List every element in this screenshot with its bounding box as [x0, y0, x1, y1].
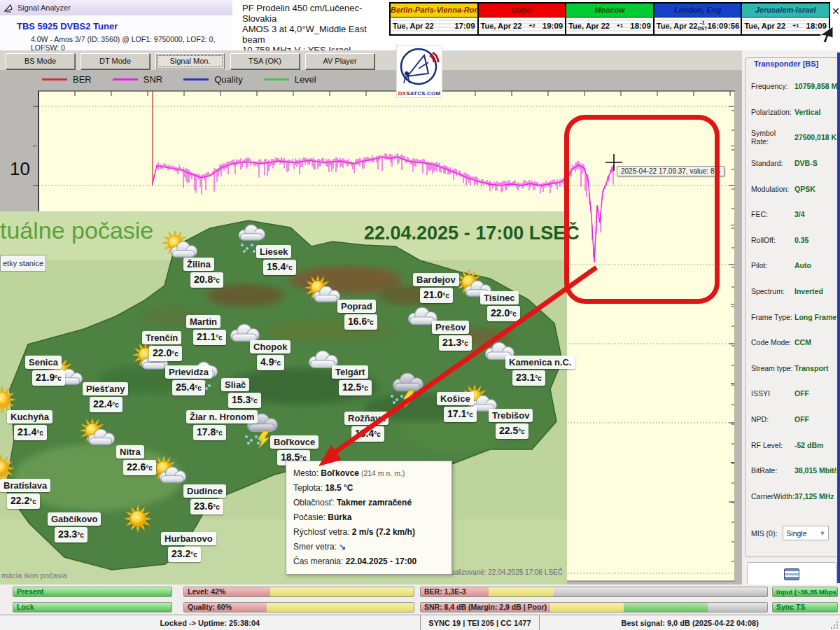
- city-telg-rt[interactable]: Telgárt: [332, 365, 368, 379]
- tab-signal-mon[interactable]: Signal Mon.: [155, 53, 225, 69]
- clock-time-row: Tue, Apr 22 +2 19:09: [479, 18, 566, 34]
- temp-hurbanovo: 23.2°c: [168, 547, 201, 562]
- legend-ber: BER: [42, 74, 92, 85]
- transponder-row-rolloff: RollOff:0.35: [751, 227, 840, 253]
- row-value: QPSK: [794, 185, 816, 193]
- world-clocks: Berlin-Paris-Vienna-Roma Tue, Apr 22 17:…: [389, 2, 830, 36]
- temp-tisinec: 22.0°c: [487, 306, 520, 321]
- clock-time: 19:09: [542, 22, 563, 30]
- city-ro-ava[interactable]: Rožňava: [344, 412, 388, 425]
- sync-indicator: Sync TS: [772, 602, 838, 612]
- drive-icon: [784, 568, 799, 580]
- status-bars: Present Lock Level: 42% Quality: 60% BER…: [0, 584, 840, 615]
- city-gab-kovo[interactable]: Gabčíkovo: [48, 512, 101, 526]
- temp-liesek: 15.4°c: [263, 260, 296, 275]
- city-pre-ov[interactable]: Prešov: [432, 321, 469, 334]
- clock-city-name: Dubai: [479, 4, 566, 18]
- clock-date: Tue, Apr 22: [393, 22, 434, 30]
- temp-tren-n: 22.0°c: [149, 346, 182, 361]
- city-trebi-ov[interactable]: Trebišov: [489, 409, 533, 422]
- city-tisinec[interactable]: Tisinec: [480, 291, 519, 304]
- antenna-info: PF Prodelin 450 cm/Lučenec-Slovakia AMOS…: [232, 0, 389, 50]
- annotation-rectangle: [564, 115, 720, 304]
- city-liesek[interactable]: Liesek: [256, 245, 291, 258]
- mis-select[interactable]: Single ▼: [783, 526, 829, 540]
- row-label: Standard:: [751, 159, 794, 167]
- row-value: Vertical: [794, 108, 820, 116]
- station-infobox: Mesto: Boľkovce (214 m n. m.)Teplota: 18…: [286, 461, 452, 575]
- mis-value: Single: [786, 529, 806, 538]
- city-ko-ice[interactable]: Košice: [437, 392, 474, 405]
- city-dudince[interactable]: Dudince: [183, 484, 226, 498]
- temp-telg-rt: 12.5°c: [339, 380, 372, 396]
- row-value: Long Frame: [794, 313, 836, 321]
- bar-label: Level: 42%: [188, 587, 225, 596]
- record-device-button[interactable]: [747, 562, 836, 587]
- app-icon: [4, 4, 13, 13]
- city-martin[interactable]: Martin: [186, 315, 220, 328]
- resize-grip[interactable]: [830, 621, 839, 629]
- mis-row: MIS (0): Single ▼: [751, 526, 835, 540]
- dxsatcs-logo: DXSATCS.COM: [396, 45, 442, 98]
- infobox-row-teplota: Teplota: 18.5 °C: [293, 481, 444, 496]
- chevron-down-icon: ▼: [819, 530, 825, 537]
- clock-time-row: Tue, Apr 22 +1 18:09: [742, 18, 829, 34]
- clock-time-row: Tue, Apr 22 17:09: [391, 18, 477, 34]
- temp-gab-kovo: 23.3°c: [55, 527, 88, 542]
- city-slia[interactable]: Sliač: [221, 378, 249, 391]
- city-kuchy-a[interactable]: Kuchyňa: [7, 410, 52, 424]
- temp-pie-any: 22.4°c: [90, 397, 122, 412]
- city-tren-n[interactable]: Trenčín: [142, 331, 181, 344]
- row-label: Spectrum:: [751, 287, 794, 295]
- temp-kamenica-n-c: 23.1°c: [512, 370, 545, 386]
- transponder-row-rf-level: RF Level:-52 dBm: [751, 432, 840, 458]
- legend-label: BER: [73, 74, 92, 85]
- transponder-row-spectrum: Spectrum:Inverted: [751, 279, 840, 304]
- input-indicator: Input (~36,35 Mbps): [772, 587, 838, 597]
- temp-martin: 21.1°c: [193, 330, 226, 345]
- bar-segment-yellow: [270, 587, 414, 596]
- bar-label: Quality: 60%: [188, 603, 232, 612]
- city-bo-kovce[interactable]: Boľkovce: [270, 435, 318, 449]
- window-titlebar: Signal Analyzer: [0, 0, 232, 15]
- antenna-line: PF Prodelin 450 cm/Lučenec-Slovakia: [242, 3, 389, 24]
- city-senica[interactable]: Senica: [25, 356, 62, 369]
- city-ilina[interactable]: Žilina: [183, 258, 214, 271]
- bar-segment-yellow: [550, 603, 624, 612]
- close-icon[interactable]: ✕: [832, 6, 840, 17]
- transponder-row-frequency: Frequency:10759,858 MHz: [751, 74, 840, 99]
- tab-bs-mode[interactable]: BS Mode: [6, 53, 75, 69]
- satellite-line: AMOS 3 at 4,0°W_Middle East beam: [242, 24, 389, 45]
- clock-berlin-paris-vienna-roma: Berlin-Paris-Vienna-Roma Tue, Apr 22 17:…: [391, 4, 479, 34]
- all-stations-button[interactable]: etky stanice: [0, 255, 46, 272]
- city-nitra[interactable]: Nitra: [116, 445, 144, 458]
- clock-time: 16:09:56: [707, 22, 739, 30]
- sun-cloud-icon: [302, 276, 342, 315]
- temp-ko-ice: 17.1°c: [444, 407, 477, 422]
- tab-av-player[interactable]: AV Player: [305, 53, 374, 69]
- statusbar-best-signal: Best signal: 9,0 dB (2025-04-22 04:08): [540, 615, 840, 630]
- city-bardejov[interactable]: Bardejov: [413, 273, 459, 286]
- map-datetime: 22.04.2025 - 17:00 LSEČ: [364, 223, 580, 244]
- legend-quality: Quality: [183, 74, 242, 85]
- city-prievidza[interactable]: Prievidza: [165, 365, 212, 379]
- tab-dt-mode[interactable]: DT Mode: [80, 53, 150, 69]
- tuner-name: TBS 5925 DVBS2 Tuner: [17, 21, 118, 31]
- city-pie-any[interactable]: Piešťany: [83, 382, 128, 396]
- temp-iar-n-hronom: 17.8°c: [193, 425, 226, 440]
- city-chopok[interactable]: Chopok: [250, 340, 290, 354]
- city-hurbanovo[interactable]: Hurbanovo: [161, 532, 216, 545]
- legend-level: Level: [264, 74, 316, 85]
- satellite-dish-icon: [398, 46, 441, 88]
- mis-label: MIS (0):: [751, 529, 777, 538]
- city-bratislava[interactable]: Bratislava: [0, 479, 50, 492]
- temp-bardejov: 21.0°c: [420, 288, 453, 303]
- row-value: DVB-S: [794, 159, 818, 167]
- row-value: 27500,018 KS/s: [794, 133, 840, 141]
- city-poprad[interactable]: Poprad: [337, 300, 376, 313]
- clock-utc-offset: +1: [610, 23, 630, 29]
- city-iar-n-hronom[interactable]: Žiar n. Hronom: [186, 410, 258, 424]
- tab-tsa-ok[interactable]: TSA (OK): [230, 53, 300, 69]
- city-kamenica-n-c[interactable]: Kamenica n.C.: [505, 356, 575, 369]
- transponder-panel: Transponder [BS] Frequency:10759,858 MHz…: [742, 50, 840, 584]
